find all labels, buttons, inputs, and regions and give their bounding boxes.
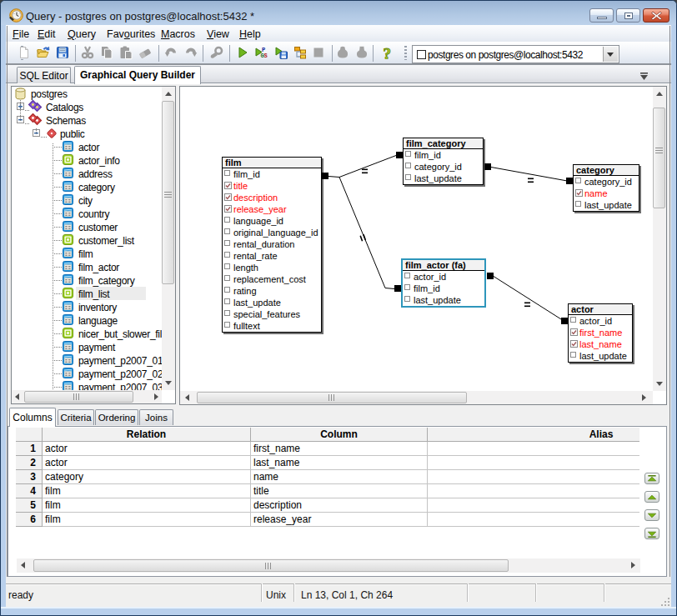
svg-text:?: ? (384, 46, 392, 59)
svg-text:S: S (264, 53, 268, 59)
